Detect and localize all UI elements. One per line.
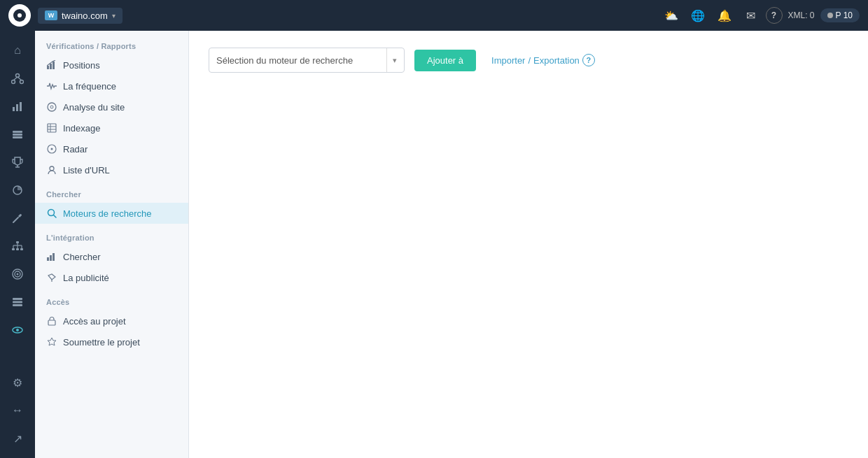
logo-inner	[13, 9, 26, 22]
frequence-icon	[46, 80, 57, 92]
svg-point-26	[17, 273, 19, 275]
nav-sitemap[interactable]	[5, 234, 30, 259]
nav-trophy[interactable]	[5, 150, 30, 175]
positions-icon	[46, 59, 57, 71]
site-chevron: ▾	[112, 12, 115, 20]
weather-icon[interactable]: ⛅	[659, 3, 683, 27]
content-area: Sélection du moteur de recherche ▾ Ajout…	[189, 31, 868, 458]
acces-projet-icon	[46, 315, 57, 327]
svg-rect-28	[13, 301, 22, 303]
radar-icon	[46, 143, 57, 155]
nav-chart[interactable]	[5, 94, 30, 119]
analyse-label: Analyse du site	[63, 102, 125, 113]
add-button[interactable]: Ajouter à	[414, 50, 476, 71]
section-label-acces: Accès	[35, 298, 188, 310]
svg-rect-7	[20, 102, 22, 111]
indexage-icon	[46, 122, 57, 134]
svg-point-1	[12, 80, 15, 84]
site-name: twaino.com	[62, 10, 108, 21]
svg-rect-48	[52, 253, 55, 261]
nav-home[interactable]: ⌂	[5, 38, 30, 63]
svg-rect-47	[50, 255, 52, 261]
sidebar-item-liste-url[interactable]: Liste d'URL	[35, 159, 188, 180]
svg-rect-46	[47, 257, 49, 261]
nav-target[interactable]	[5, 262, 30, 287]
svg-rect-33	[50, 64, 52, 69]
chercher-label: Chercher	[63, 252, 100, 262]
nav-tools[interactable]	[5, 206, 30, 231]
section-label-integration: L'intégration	[35, 234, 188, 246]
select-placeholder: Sélection du moteur de recherche	[216, 55, 381, 66]
search-engine-select[interactable]: Sélection du moteur de recherche ▾	[209, 48, 405, 73]
sidebar-item-soumettre[interactable]: Soumettre le projet	[35, 331, 188, 352]
sidebar-item-frequence[interactable]: La fréquence	[35, 76, 188, 96]
chercher-icon	[46, 251, 57, 262]
svg-rect-32	[47, 66, 49, 69]
svg-rect-34	[52, 62, 55, 69]
svg-rect-5	[13, 107, 15, 111]
svg-line-14	[13, 217, 18, 222]
main-layout: ⌂	[0, 31, 868, 458]
sidebar-item-acces-projet[interactable]: Accès au projet	[35, 310, 188, 331]
moteurs-icon	[46, 208, 57, 219]
svg-point-31	[16, 329, 19, 331]
sidebar-item-publicite[interactable]: La publicité	[35, 267, 188, 288]
svg-point-36	[50, 106, 53, 108]
import-link[interactable]: Importer	[491, 55, 525, 66]
export-help-icon[interactable]: ?	[582, 54, 595, 66]
frequence-label: La fréquence	[63, 81, 116, 92]
nav-share[interactable]: ↗	[5, 426, 30, 451]
svg-rect-16	[12, 248, 15, 250]
bell-icon[interactable]: 🔔	[713, 3, 736, 27]
site-pill[interactable]: W twaino.com ▾	[38, 8, 122, 24]
svg-rect-29	[13, 304, 22, 306]
publicite-label: La publicité	[63, 273, 109, 283]
globe-icon[interactable]: 🌐	[686, 3, 710, 27]
topbar: W twaino.com ▾ ⛅ 🌐 🔔 ✉ ? XML: 0 P 10	[0, 0, 868, 31]
svg-rect-18	[20, 248, 23, 250]
soumettre-label: Soumettre le projet	[63, 337, 140, 348]
sidebar-item-indexage[interactable]: Indexage	[35, 117, 188, 138]
soumettre-icon	[46, 336, 57, 348]
export-link[interactable]: Exportation	[533, 55, 580, 66]
link-separator: /	[528, 55, 531, 66]
acces-projet-label: Accès au projet	[63, 316, 126, 327]
svg-point-0	[16, 74, 20, 78]
svg-rect-17	[16, 248, 19, 250]
svg-rect-15	[16, 241, 19, 243]
svg-rect-6	[16, 104, 18, 111]
icon-nav: ⌂	[0, 31, 35, 458]
help-circle-icon[interactable]: ?	[766, 7, 783, 24]
sidebar-item-radar[interactable]: Radar	[35, 138, 188, 159]
svg-line-3	[13, 77, 18, 80]
sidebar-item-chercher[interactable]: Chercher	[35, 246, 188, 267]
svg-point-42	[51, 148, 53, 150]
publicite-icon	[46, 272, 57, 283]
sidebar-item-positions[interactable]: Positions	[35, 55, 188, 76]
topbar-right: ⛅ 🌐 🔔 ✉ ? XML: 0 P 10	[659, 3, 860, 27]
nav-eye[interactable]	[5, 317, 30, 343]
section-label-verifications: Vérifications / Rapports	[35, 42, 188, 55]
svg-point-35	[48, 103, 56, 111]
credit-dot	[827, 13, 833, 18]
svg-rect-37	[48, 124, 56, 132]
liste-url-icon	[46, 164, 57, 176]
sidebar-item-moteurs[interactable]: Moteurs de recherche	[35, 203, 188, 224]
analyse-icon	[46, 101, 57, 113]
logo	[8, 4, 31, 27]
nav-layers[interactable]	[5, 122, 30, 147]
svg-rect-9	[13, 134, 22, 136]
xml-counter: XML: 0	[788, 10, 815, 20]
nav-pie[interactable]	[5, 178, 30, 203]
nav-network[interactable]	[5, 66, 30, 91]
mail-icon[interactable]: ✉	[739, 3, 763, 27]
nav-transfer[interactable]: ↔	[5, 398, 30, 423]
credit-badge: P 10	[820, 8, 860, 22]
nav-settings[interactable]: ⚙	[5, 370, 30, 395]
svg-line-45	[54, 215, 57, 218]
svg-line-4	[18, 77, 22, 80]
svg-rect-8	[13, 131, 22, 133]
sidebar-item-analyse[interactable]: Analyse du site	[35, 96, 188, 117]
nav-list[interactable]	[5, 289, 30, 315]
svg-rect-27	[13, 298, 22, 300]
